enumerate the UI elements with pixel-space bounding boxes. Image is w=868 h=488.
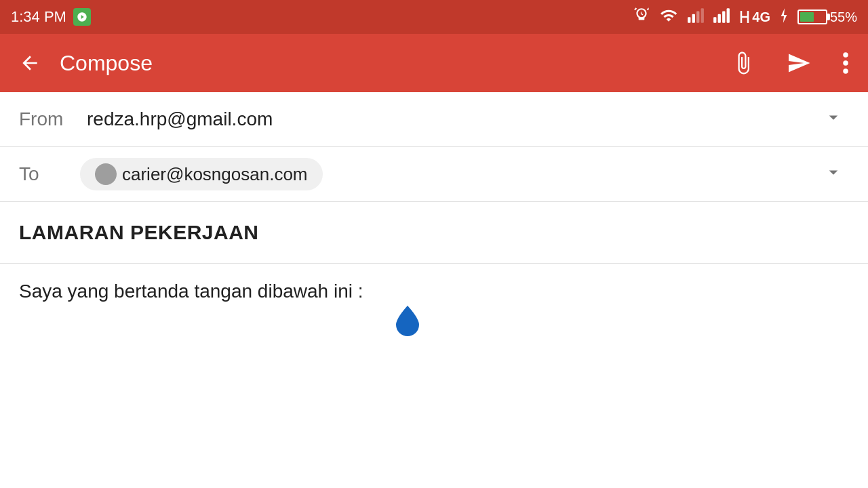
recipient-email: carier@kosngosan.com xyxy=(122,164,308,185)
network-type-label: 4G xyxy=(738,9,770,25)
back-button[interactable] xyxy=(14,47,46,79)
more-options-button[interactable] xyxy=(837,45,854,81)
to-label: To xyxy=(19,163,80,185)
status-bar-left: 1:34 PM xyxy=(11,8,91,26)
svg-rect-2 xyxy=(696,11,699,22)
svg-rect-5 xyxy=(718,14,721,22)
from-chevron-icon[interactable] xyxy=(818,102,849,138)
battery-indicator: 55% xyxy=(797,9,857,25)
svg-rect-7 xyxy=(727,8,730,23)
svg-point-12 xyxy=(843,52,848,58)
notification-icon xyxy=(73,8,91,26)
attach-button[interactable] xyxy=(726,45,761,81)
recipient-avatar xyxy=(95,163,117,185)
svg-rect-4 xyxy=(713,17,716,23)
alarm-icon xyxy=(633,7,650,28)
battery-percent: 55% xyxy=(830,9,857,25)
svg-rect-3 xyxy=(701,8,704,23)
body-area[interactable]: Saya yang bertanda tangan dibawah ini : xyxy=(0,264,868,319)
svg-marker-11 xyxy=(781,8,787,23)
to-chevron-icon[interactable] xyxy=(818,157,849,192)
subject-value: LAMARAN PEKERJAAN xyxy=(19,221,259,244)
compose-toolbar: Compose xyxy=(0,34,868,92)
charging-icon xyxy=(778,7,789,28)
signal-icon xyxy=(687,7,705,28)
from-value: redza.hrp@gmail.com xyxy=(80,108,818,130)
cursor-drop xyxy=(393,304,422,333)
svg-rect-1 xyxy=(692,14,695,22)
toolbar-title: Compose xyxy=(60,51,712,76)
battery-fill xyxy=(800,12,814,22)
status-time: 1:34 PM xyxy=(11,8,66,26)
subject-row[interactable]: LAMARAN PEKERJAAN xyxy=(0,202,868,263)
svg-point-13 xyxy=(843,60,848,66)
toolbar-actions xyxy=(726,45,854,81)
from-row: From redza.hrp@gmail.com xyxy=(0,92,868,146)
wifi-icon xyxy=(658,7,679,28)
battery-bar xyxy=(797,9,827,24)
status-bar-right: 4G 55% xyxy=(633,7,857,28)
signal2-icon xyxy=(713,7,730,28)
svg-rect-0 xyxy=(688,17,690,23)
from-label: From xyxy=(19,108,80,130)
status-bar: 1:34 PM xyxy=(0,0,868,34)
send-button[interactable] xyxy=(781,45,816,81)
body-text: Saya yang bertanda tangan dibawah ini : xyxy=(19,281,363,302)
to-row: To carier@kosngosan.com xyxy=(0,147,868,201)
svg-point-14 xyxy=(843,68,848,74)
svg-rect-6 xyxy=(722,11,725,22)
to-recipient-chip[interactable]: carier@kosngosan.com xyxy=(80,158,323,190)
